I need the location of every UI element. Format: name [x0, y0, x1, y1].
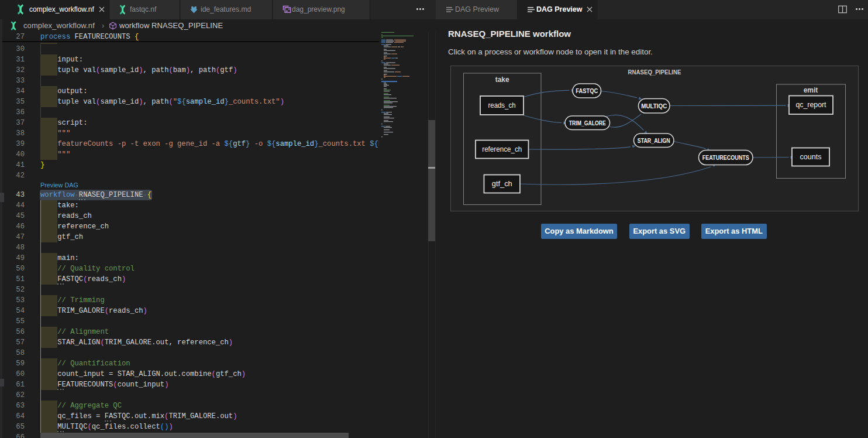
- svg-text:emit: emit: [804, 86, 818, 94]
- svg-text:qc_report: qc_report: [796, 101, 827, 109]
- svg-text:STAR_ALIGN: STAR_ALIGN: [638, 137, 670, 144]
- svg-text:reference_ch: reference_ch: [482, 145, 522, 153]
- svg-text:MULTIQC: MULTIQC: [641, 102, 667, 110]
- svg-text:reads_ch: reads_ch: [488, 101, 516, 110]
- svg-text:RNASEQ_PIPELINE: RNASEQ_PIPELINE: [628, 69, 681, 76]
- svg-text:FASTQC: FASTQC: [576, 87, 598, 94]
- svg-text:take: take: [495, 76, 509, 84]
- svg-text:FEATURECOUNTS: FEATURECOUNTS: [702, 154, 749, 161]
- svg-text:counts: counts: [800, 153, 822, 161]
- svg-text:gtf_ch: gtf_ch: [492, 180, 512, 188]
- svg-text:TRIM_GALORE: TRIM_GALORE: [569, 119, 606, 126]
